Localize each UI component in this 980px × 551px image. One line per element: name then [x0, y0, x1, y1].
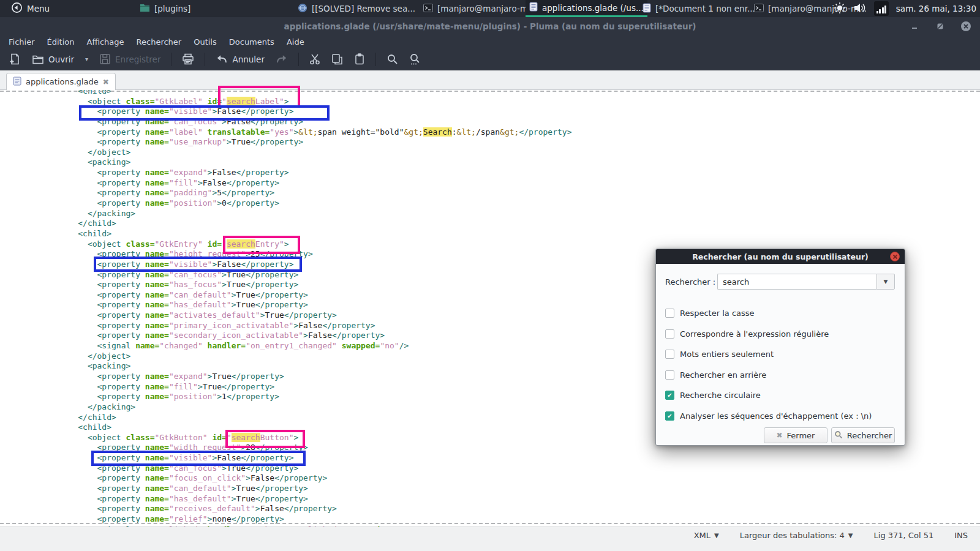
document-icon: [529, 2, 538, 13]
checkbox-unchecked-icon[interactable]: [665, 370, 674, 380]
search-option-4[interactable]: Rechercher en arrière: [665, 365, 897, 386]
find-dialog: Rechercher (au nom du superutilisateur) …: [655, 249, 905, 446]
code-line-21: <property name="can_default">True</prope…: [1, 290, 571, 301]
search-option-label: Analyser les séquences d'échappement (ex…: [680, 411, 872, 421]
code-line-32: </packing>: [1, 402, 571, 413]
code-line-33: </child>: [1, 413, 571, 423]
save-label: Enregistrer: [115, 54, 160, 64]
checkbox-checked-icon[interactable]: ✔: [665, 411, 674, 421]
menu-item-3[interactable]: Affichage: [80, 36, 130, 48]
code-line-30: <property name="fill">True</property>: [1, 382, 571, 392]
code-line-28: <packing>: [1, 361, 571, 372]
terminal-icon: [423, 3, 433, 15]
taskbar-button-3[interactable]: [manjaro@manjaro-m...: [420, 0, 540, 17]
taskbar-button-5[interactable]: [*Document 1 non enr...: [639, 0, 759, 17]
annotation-pink-box-searchentry: [223, 236, 300, 254]
code-line-9: <property name="expand">False</property>: [1, 168, 571, 178]
code-line-12: <property name="position">0</property>: [1, 198, 571, 209]
taskbar-button-2[interactable]: [[SOLVED] Remove sea...: [294, 0, 419, 17]
toolbar-separator: [205, 53, 205, 66]
close-button[interactable]: [957, 17, 975, 35]
status-bar: XML▼ Largeur des tabulations: 4▼ Lig 371…: [0, 527, 980, 551]
open-label: Ouvrir: [48, 54, 74, 64]
menu-item-7[interactable]: Aide: [281, 36, 311, 48]
checkbox-unchecked-icon[interactable]: [665, 350, 674, 359]
search-button[interactable]: [382, 50, 402, 69]
search-combo: ▼: [717, 274, 895, 290]
taskbar-button-label: [*Document 1 non enr...: [655, 4, 755, 13]
code-line-41: <property name="has_default">True</prope…: [1, 494, 571, 504]
network-signal-icon[interactable]: [874, 1, 889, 16]
taskbar-button-label: [[SOLVED] Remove sea...: [312, 4, 415, 13]
window-title: applications.glade (/usr/share/mate-menu…: [0, 17, 980, 35]
annotation-blue-box-visible-1: [79, 105, 330, 121]
tab-close-icon[interactable]: ✖: [103, 78, 109, 86]
window-titlebar[interactable]: applications.glade (/usr/share/mate-menu…: [0, 17, 980, 35]
minimize-button[interactable]: [905, 17, 924, 35]
search-option-1[interactable]: Respecter la casse: [665, 303, 897, 324]
code-line-10: <property name="fill">False</property>: [1, 178, 571, 189]
find-dialog-titlebar[interactable]: Rechercher (au nom du superutilisateur): [656, 249, 905, 264]
tab-applications-glade[interactable]: applications.glade ✖: [6, 73, 116, 90]
find-button[interactable]: Rechercher: [831, 427, 895, 443]
new-document-button[interactable]: [5, 50, 25, 69]
search-option-label: Rechercher en arrière: [680, 370, 766, 380]
taskbar-button-4[interactable]: applications.glade (/us...: [526, 0, 647, 17]
toolbar-separator: [375, 53, 376, 66]
annotation-pink-box-searchlabel: [218, 86, 300, 108]
print-button[interactable]: [178, 50, 198, 69]
annotation-dashed-line-bottom: [0, 523, 980, 524]
copy-button[interactable]: [327, 50, 347, 69]
search-replace-button[interactable]: [405, 50, 425, 69]
brightness-icon[interactable]: [834, 2, 846, 16]
chevron-down-icon: ▼: [714, 532, 719, 539]
volume-icon[interactable]: [853, 2, 867, 16]
annotation-blue-box-visible-3: [91, 451, 306, 466]
menu-button[interactable]: Menu: [6, 0, 55, 17]
find-dialog-close-button[interactable]: [890, 252, 900, 261]
checkbox-checked-icon[interactable]: ✔: [665, 391, 674, 400]
search-field-label: Rechercher :: [665, 277, 717, 287]
search-input[interactable]: [717, 274, 876, 290]
code-line-11: <property name="padding">5</property>: [1, 188, 571, 198]
maximize-button[interactable]: [931, 17, 949, 35]
search-option-2[interactable]: Correspondre à l'expression régulière: [665, 324, 897, 345]
search-icon: [834, 430, 843, 441]
close-dialog-button[interactable]: ✖ Fermer: [764, 427, 827, 443]
checkbox-unchecked-icon[interactable]: [665, 329, 674, 339]
search-option-6[interactable]: ✔Analyser les séquences d'échappement (e…: [665, 406, 897, 427]
paste-button[interactable]: [350, 50, 369, 69]
taskbar-button-label: applications.glade (/us...: [542, 3, 644, 13]
checkbox-unchecked-icon[interactable]: [665, 309, 674, 318]
search-history-dropdown[interactable]: ▼: [876, 274, 895, 290]
annotation-dashed-line-top: [0, 91, 980, 92]
globe-icon: [298, 3, 307, 15]
search-option-3[interactable]: Mots entiers seulement: [665, 344, 897, 365]
toolbar-separator: [298, 53, 299, 66]
taskbar-button-1[interactable]: [plugins]: [136, 0, 194, 17]
menu-item-4[interactable]: Rechercher: [130, 36, 188, 48]
language-selector[interactable]: XML▼: [694, 531, 719, 540]
tab-width-selector[interactable]: Largeur des tabulations: 4▼: [740, 531, 853, 540]
search-option-5[interactable]: ✔Recherche circulaire: [665, 385, 897, 406]
undo-label: Annuler: [232, 54, 265, 64]
annotation-pink-box-searchbutton: [225, 430, 305, 448]
cut-button[interactable]: [305, 50, 325, 69]
code-line-39: <property name="focus_on_click">False</p…: [1, 473, 571, 484]
menu-item-2[interactable]: Édition: [41, 36, 81, 48]
menu-item-1[interactable]: Fichier: [2, 36, 41, 48]
document-icon: [643, 3, 651, 15]
search-options: Respecter la casseCorrespondre à l'expre…: [665, 303, 897, 426]
code-line-31: <property name="position">1</property>: [1, 392, 571, 402]
menu-item-5[interactable]: Outils: [187, 36, 223, 48]
undo-button[interactable]: Annuler: [211, 50, 269, 69]
open-dropdown[interactable]: ▾: [81, 50, 92, 69]
open-button[interactable]: Ouvrir: [28, 50, 78, 69]
menu-item-6[interactable]: Documents: [223, 36, 281, 48]
search-option-label: Correspondre à l'expression régulière: [680, 329, 829, 339]
taskbar-button-label: [manjaro@manjaro-m...: [437, 4, 536, 13]
panel-clock[interactable]: sam. 26 mai, 13:30: [896, 4, 976, 13]
close-icon: ✖: [777, 431, 783, 440]
code-line-22: <property name="has_default">True</prope…: [1, 300, 571, 310]
system-tray: sam. 26 mai, 13:30: [834, 0, 980, 17]
